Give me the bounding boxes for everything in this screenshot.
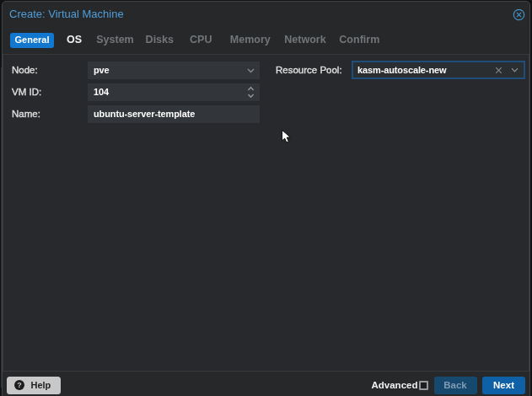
- svg-text:?: ?: [17, 381, 22, 389]
